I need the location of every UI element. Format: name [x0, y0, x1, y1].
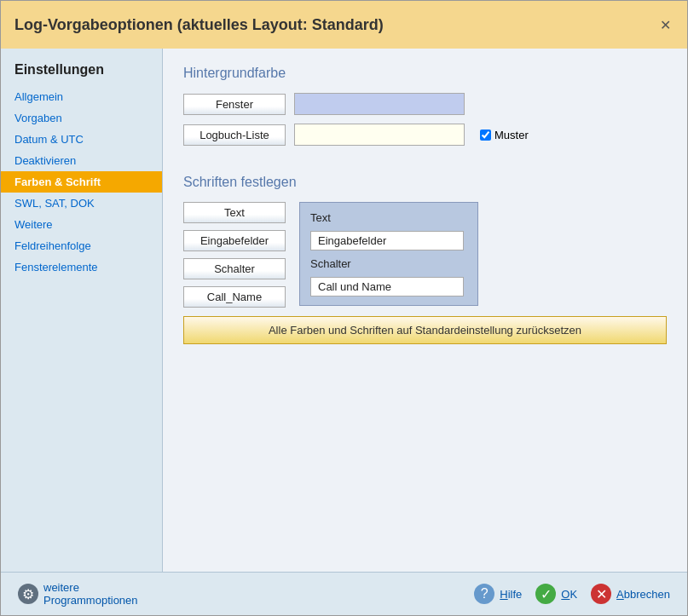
sidebar-item-swl-sat-dok[interactable]: SWL, SAT, DOK [1, 193, 162, 214]
fenster-button[interactable]: Fenster [183, 94, 286, 115]
sidebar-item-datum-utc[interactable]: Datum & UTC [1, 129, 162, 150]
logbuch-row: Logbuch-Liste Muster [183, 124, 667, 146]
schalter-font-button[interactable]: Schalter [183, 258, 286, 279]
close-button[interactable]: ✕ [656, 16, 674, 33]
main-window: Log-Vorgabeoptionen (aktuelles Layout: S… [0, 0, 688, 616]
window-title: Log-Vorgabeoptionen (aktuelles Layout: S… [14, 16, 384, 34]
eingabefelder-font-button[interactable]: Eingabefelder [183, 230, 286, 251]
logbuch-button[interactable]: Logbuch-Liste [183, 124, 286, 146]
font-preview-area: Text Schalter [299, 202, 478, 306]
text-preview: Text [310, 211, 467, 224]
ok-icon: ✓ [535, 584, 556, 604]
abbrechen-button[interactable]: ✕ Abbrechen [591, 584, 670, 604]
schalter-preview: Schalter [310, 257, 467, 270]
help-icon: ? [474, 584, 494, 604]
fenster-color-preview[interactable] [294, 93, 465, 115]
fonts-section: Schriften festlegen Text Eingabefelder S… [183, 175, 667, 344]
abbrechen-label: Abbrechen [616, 588, 670, 601]
gear-icon: ⚙ [18, 584, 38, 604]
background-section-title: Hintergrundfarbe [183, 66, 667, 81]
background-section: Hintergrundfarbe Fenster Logbuch-Liste M… [183, 66, 667, 154]
sidebar-item-vorgaben[interactable]: Vorgaben [1, 107, 162, 129]
content-area: Hintergrundfarbe Fenster Logbuch-Liste M… [163, 49, 687, 572]
call-name-preview[interactable] [310, 277, 464, 296]
title-bar: Log-Vorgabeoptionen (aktuelles Layout: S… [1, 1, 687, 49]
hilfe-button[interactable]: ? Hilfe [474, 584, 522, 604]
weitere-label: weitereProgrammoptionen [43, 581, 138, 607]
sidebar-item-allgemein[interactable]: Allgemein [1, 86, 162, 107]
sidebar-item-weitere[interactable]: Weitere [1, 214, 162, 235]
font-buttons: Text Eingabefelder Schalter Call_Name [183, 202, 286, 308]
footer: ⚙ weitereProgrammoptionen ? Hilfe ✓ OK ✕… [1, 572, 687, 615]
sidebar-item-farben-schrift[interactable]: Farben & Schrift [1, 171, 162, 193]
muster-checkbox-row: Muster [480, 129, 529, 141]
reset-button[interactable]: Alle Farben und Schriften auf Standardei… [183, 316, 667, 344]
muster-checkbox[interactable] [480, 130, 491, 141]
cancel-icon: ✕ [591, 584, 611, 604]
sidebar-heading: Einstellungen [1, 59, 162, 86]
fenster-row: Fenster [183, 93, 667, 115]
eingabefelder-preview[interactable] [310, 231, 464, 250]
sidebar-item-fensterelemente[interactable]: Fensterelemente [1, 256, 162, 278]
logbuch-color-preview[interactable] [294, 124, 465, 146]
font-panel: Text Eingabefelder Schalter Call_Name Te… [183, 202, 667, 308]
call-name-font-button[interactable]: Call_Name [183, 286, 286, 308]
ok-button[interactable]: ✓ OK [535, 584, 577, 604]
main-area: Einstellungen Allgemein Vorgaben Datum &… [1, 49, 687, 572]
footer-actions: ? Hilfe ✓ OK ✕ Abbrechen [474, 584, 670, 604]
fonts-section-title: Schriften festlegen [183, 175, 667, 190]
muster-label: Muster [494, 129, 529, 141]
weitere-programmoptionen-button[interactable]: ⚙ weitereProgrammoptionen [18, 581, 138, 607]
sidebar: Einstellungen Allgemein Vorgaben Datum &… [1, 49, 163, 572]
ok-label: OK [561, 588, 577, 601]
text-font-button[interactable]: Text [183, 202, 286, 223]
hilfe-label: Hilfe [500, 588, 522, 601]
sidebar-item-deaktivieren[interactable]: Deaktivieren [1, 150, 162, 171]
sidebar-item-feldreihenfolge[interactable]: Feldreihenfolge [1, 235, 162, 256]
